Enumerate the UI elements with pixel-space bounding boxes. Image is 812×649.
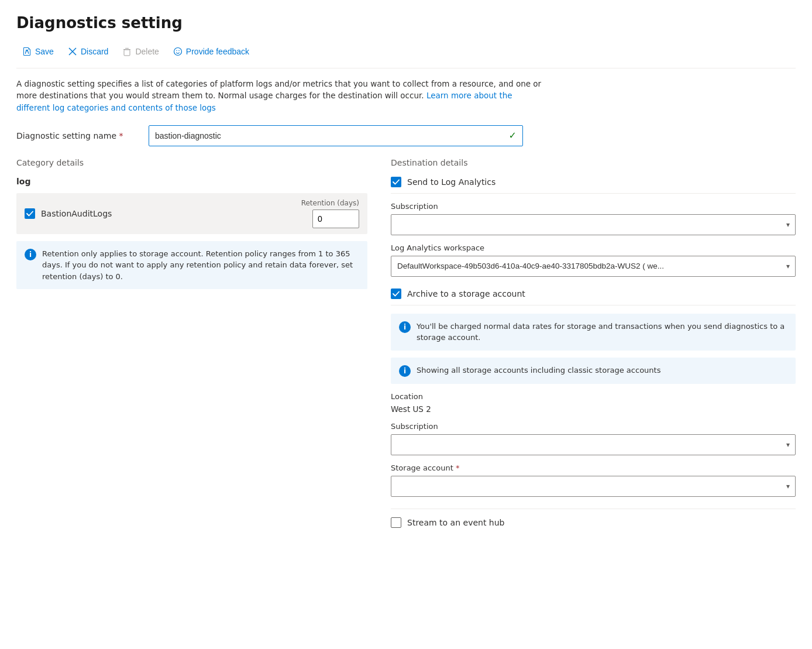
log-section-title: log bbox=[16, 177, 367, 186]
storage-account-section: Archive to a storage account i You'll be… bbox=[391, 289, 796, 497]
retention-group: Retention (days) bbox=[301, 199, 359, 228]
valid-checkmark: ✓ bbox=[509, 130, 517, 141]
event-hub-row: Stream to an event hub bbox=[391, 509, 796, 528]
log-analytics-subscription-select[interactable] bbox=[391, 214, 796, 235]
toolbar: Save Discard Delete Provide feedback bbox=[16, 43, 796, 68]
required-marker: * bbox=[119, 131, 123, 140]
svg-point-5 bbox=[174, 48, 181, 56]
discard-button[interactable]: Discard bbox=[62, 43, 114, 60]
storage-account-select[interactable] bbox=[391, 476, 796, 497]
log-analytics-subscription-field: Subscription ▾ bbox=[391, 202, 796, 235]
setting-name-input-wrapper: ✓ bbox=[149, 125, 523, 146]
svg-point-7 bbox=[178, 50, 180, 51]
storage-location-value: West US 2 bbox=[391, 404, 796, 414]
storage-account-header: Archive to a storage account bbox=[391, 289, 796, 305]
storage-location-label: Location bbox=[391, 392, 796, 401]
bastion-audit-logs-label: BastionAuditLogs bbox=[41, 209, 112, 218]
feedback-button[interactable]: Provide feedback bbox=[167, 43, 255, 60]
storage-account-field: Storage account * ▾ bbox=[391, 463, 796, 497]
setting-name-label: Diagnostic setting name * bbox=[16, 131, 139, 140]
feedback-icon bbox=[173, 47, 183, 56]
storage-account-name-label: Storage account * bbox=[391, 463, 796, 472]
delete-button[interactable]: Delete bbox=[116, 43, 164, 60]
log-item-row: BastionAuditLogs Retention (days) bbox=[16, 193, 367, 234]
log-analytics-header: Send to Log Analytics bbox=[391, 177, 796, 194]
retention-info-text: Retention only applies to storage accoun… bbox=[42, 248, 359, 283]
workspace-label: Log Analytics workspace bbox=[391, 243, 796, 252]
description: A diagnostic setting specifies a list of… bbox=[16, 78, 543, 114]
destination-details-column: Destination details Send to Log Analytic… bbox=[391, 158, 796, 528]
event-hub-label: Stream to an event hub bbox=[407, 518, 504, 527]
storage-location-field: Location West US 2 bbox=[391, 392, 796, 414]
svg-rect-4 bbox=[124, 50, 130, 56]
save-label: Save bbox=[35, 47, 54, 56]
delete-label: Delete bbox=[135, 47, 159, 56]
log-item-left: BastionAuditLogs bbox=[25, 208, 112, 219]
destination-section-label: Destination details bbox=[391, 158, 796, 167]
delete-icon bbox=[122, 47, 132, 56]
setting-name-row: Diagnostic setting name * ✓ bbox=[16, 125, 796, 146]
storage-account-checkbox[interactable] bbox=[391, 289, 401, 299]
feedback-label: Provide feedback bbox=[186, 47, 249, 56]
storage-subscription-wrapper: ▾ bbox=[391, 434, 796, 455]
setting-name-input[interactable] bbox=[155, 131, 480, 140]
page-title: Diagnostics setting bbox=[16, 14, 796, 32]
retention-label: Retention (days) bbox=[301, 199, 359, 207]
storage-account-label: Archive to a storage account bbox=[407, 289, 525, 298]
storage-classic-info: i Showing all storage accounts including… bbox=[391, 358, 796, 384]
save-icon bbox=[22, 47, 32, 56]
bastion-audit-logs-checkbox[interactable] bbox=[25, 208, 35, 219]
discard-icon bbox=[68, 47, 77, 56]
storage-info-icon-2: i bbox=[399, 365, 411, 377]
event-hub-checkbox[interactable] bbox=[391, 517, 401, 528]
storage-charge-info: i You'll be charged normal data rates fo… bbox=[391, 314, 796, 351]
workspace-select[interactable]: DefaultWorkspace-49b503d6-410a-40c9-ae40… bbox=[391, 256, 796, 277]
log-analytics-workspace-field: Log Analytics workspace DefaultWorkspace… bbox=[391, 243, 796, 277]
storage-subscription-field: Subscription ▾ bbox=[391, 422, 796, 455]
info-icon: i bbox=[25, 249, 36, 260]
retention-info-box: i Retention only applies to storage acco… bbox=[16, 241, 367, 290]
storage-subscription-label: Subscription bbox=[391, 422, 796, 431]
discard-label: Discard bbox=[81, 47, 108, 56]
storage-info-icon-1: i bbox=[399, 321, 411, 333]
svg-rect-3 bbox=[125, 48, 129, 49]
log-analytics-checkbox[interactable] bbox=[391, 177, 401, 187]
log-analytics-subscription-label: Subscription bbox=[391, 202, 796, 211]
category-section-label: Category details bbox=[16, 158, 367, 167]
log-analytics-section: Send to Log Analytics Subscription ▾ Log… bbox=[391, 177, 796, 277]
storage-required-star: * bbox=[456, 463, 460, 472]
svg-point-6 bbox=[176, 50, 177, 51]
storage-info-text-1: You'll be charged normal data rates for … bbox=[417, 321, 787, 344]
main-content: Category details log BastionAuditLogs Re… bbox=[16, 158, 796, 528]
log-analytics-label: Send to Log Analytics bbox=[407, 177, 496, 187]
storage-info-text-2: Showing all storage accounts including c… bbox=[417, 365, 660, 377]
workspace-select-wrapper: DefaultWorkspace-49b503d6-410a-40c9-ae40… bbox=[391, 256, 796, 277]
retention-input[interactable] bbox=[312, 210, 359, 228]
storage-account-select-wrapper: ▾ bbox=[391, 476, 796, 497]
save-button[interactable]: Save bbox=[16, 43, 60, 60]
storage-subscription-select[interactable] bbox=[391, 434, 796, 455]
category-details-column: Category details log BastionAuditLogs Re… bbox=[16, 158, 367, 290]
log-analytics-subscription-wrapper: ▾ bbox=[391, 214, 796, 235]
